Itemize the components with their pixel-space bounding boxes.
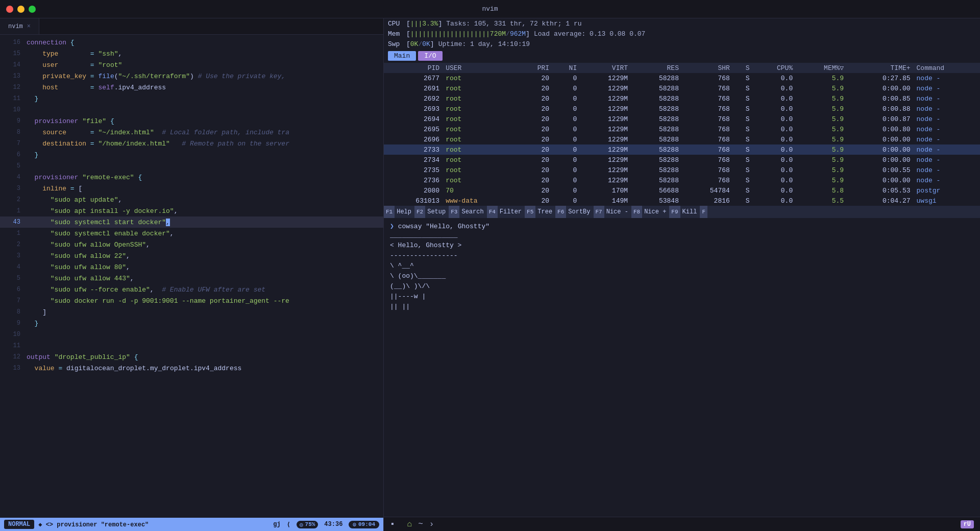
cowsay-line: (__)\ )\/\	[390, 281, 974, 292]
nvim-tab-label: nvim	[8, 23, 23, 30]
terminal-icon-grid: ▪	[390, 520, 395, 529]
fn-nice-minus[interactable]: F7Nice -	[594, 206, 631, 218]
terminal-section[interactable]: ❯ cowsay "Hello, Ghostty" ______________…	[384, 218, 980, 517]
htop-tab-io[interactable]: I/O	[418, 51, 442, 61]
htop-tabs: Main I/O	[384, 49, 980, 63]
code-line-2: 2 "sudo apt update",	[0, 194, 383, 205]
fn-filter[interactable]: F4Filter	[487, 206, 525, 218]
cpu-bar: |||	[410, 20, 422, 28]
nvim-tab-close[interactable]: ×	[27, 23, 31, 30]
cowsay-line: \ ^__^	[390, 261, 974, 271]
code-line-2b: 2 "sudo ufw allow OpenSSH",	[0, 239, 383, 250]
tasks-stat: Tasks: 105, 331 thr, 72 kthr; 1 ru	[446, 20, 581, 28]
close-button[interactable]	[6, 6, 13, 13]
coords: 43:36	[324, 521, 342, 528]
code-line-6b: 6 "sudo ufw --force enable", # Enable UF…	[0, 284, 383, 295]
titlebar: nvim	[0, 0, 980, 18]
code-line-9b: 9 }	[0, 318, 383, 329]
code-line-3: 3 inline = [	[0, 183, 383, 194]
table-row[interactable]: 2734 root 20 0 1229M 58288 768 S 0.0 5.9…	[384, 155, 980, 165]
code-line-5: 5	[0, 160, 383, 172]
shell-icon: ›	[429, 520, 434, 529]
fn-search[interactable]: F3Search	[449, 206, 486, 218]
terminal-bottombar: ▪ ⌂ ~ › rU	[384, 517, 980, 531]
cpu-label: CPU	[388, 20, 406, 28]
htop-tab-main[interactable]: Main	[388, 51, 416, 61]
fn-kill[interactable]: F9Kill	[669, 206, 700, 218]
code-line-7b: 7 "sudo docker run -d -p 9001:9001 --nam…	[0, 295, 383, 306]
code-line-10: 10	[0, 104, 383, 115]
col-mem: MEM%▽	[796, 63, 847, 73]
cowsay-line: ||----w |	[390, 292, 974, 302]
prompt-char: ❯	[390, 223, 394, 230]
table-row[interactable]: 2677 root 20 0 1229M 58288 768 S 0.0 5.9…	[384, 73, 980, 83]
col-res: RES	[631, 63, 682, 73]
cowsay-line: < Hello, Ghostty >	[390, 240, 974, 251]
terminal-command: cowsay "Hello, Ghostty"	[398, 223, 489, 230]
table-row[interactable]: 2696 root 20 0 1229M 58288 768 S 0.0 5.9…	[384, 134, 980, 144]
swp-label: Swp	[388, 40, 406, 48]
table-row[interactable]: 2692 root 20 0 1229M 58288 768 S 0.0 5.9…	[384, 93, 980, 104]
table-row[interactable]: 2080 70 20 0 170M 56688 54784 S 0.0 5.8 …	[384, 185, 980, 196]
vim-mode: NORMAL	[4, 520, 34, 529]
htop-table-header: PID USER PRI NI VIRT RES SHR S CPU% MEM%…	[384, 63, 980, 73]
mem-bar-row: Mem [ |||||||||||||||||||| 720M / 962M ]…	[384, 29, 980, 39]
table-row[interactable]: 2691 root 20 0 1229M 58288 768 S 0.0 5.9…	[384, 83, 980, 93]
code-line-6: 6 }	[0, 149, 383, 160]
htop-fnbar: F1Help F2Setup F3Search F4Filter F5Tree …	[384, 206, 980, 218]
location-icon: ◎	[300, 521, 303, 528]
code-line-4b: 4 "sudo ufw allow 80",	[0, 261, 383, 273]
col-shr: SHR	[682, 63, 733, 73]
col-time: TIME+	[847, 63, 913, 73]
table-row[interactable]: 2733 root 20 0 1229M 58288 768 S 0.0 5.9…	[384, 144, 980, 155]
maximize-button[interactable]	[29, 6, 36, 13]
right-pane: CPU [ ||| 3.3% ] Tasks: 105, 331 thr, 72…	[384, 18, 980, 531]
time-pill: ⊙ 09:04	[349, 521, 379, 528]
code-line-14: 14 user = "root"	[0, 59, 383, 70]
col-pid: PID	[384, 63, 443, 73]
code-line-10b: 10	[0, 329, 383, 340]
cpu-bar-row: CPU [ ||| 3.3% ] Tasks: 105, 331 thr, 72…	[384, 18, 980, 29]
code-line-12b: 12 output "droplet_public_ip" {	[0, 351, 383, 363]
nvim-tab[interactable]: nvim ×	[0, 18, 39, 34]
code-line-11: 11 }	[0, 93, 383, 104]
htop-table-body: 2677 root 20 0 1229M 58288 768 S 0.0 5.9…	[384, 73, 980, 206]
cowsay-line: -----------------	[390, 251, 974, 261]
code-line-11b: 11	[0, 340, 383, 351]
code-line-1b: 1 "sudo systemctl enable docker",	[0, 228, 383, 239]
table-row[interactable]: 631013 www-data 20 0 149M 53848 2816 S 0…	[384, 196, 980, 206]
nvim-tabbar: nvim ×	[0, 18, 383, 35]
table-row[interactable]: 2735 root 20 0 1229M 58288 768 S 0.0 5.9…	[384, 165, 980, 175]
fn-nice-plus[interactable]: F8Nice +	[631, 206, 669, 218]
location-num: 75%	[305, 521, 315, 527]
code-line-1: 1 "sudo apt install -y docker.io",	[0, 205, 383, 216]
uptime-stat: Uptime: 1 day, 14:10:19	[438, 40, 530, 48]
nav-arrows: ⟨	[287, 521, 290, 528]
fn-setup[interactable]: F2Setup	[414, 206, 449, 218]
col-virt: VIRT	[580, 63, 631, 73]
fn-f[interactable]: F	[700, 206, 713, 218]
cowsay-line: || ||	[390, 302, 974, 312]
fn-sortby[interactable]: F6SortBy	[555, 206, 593, 218]
table-row[interactable]: 2695 root 20 0 1229M 58288 768 S 0.0 5.9…	[384, 124, 980, 134]
terminal-prompt-line: ❯ cowsay "Hello, Ghostty"	[390, 222, 974, 230]
code-line-12: 12 host = self.ipv4_address	[0, 82, 383, 93]
nvim-pane: nvim × 16 connection { 15 type = "ssh", …	[0, 18, 384, 531]
user-badge: rU	[961, 520, 974, 528]
fn-tree[interactable]: F5Tree	[525, 206, 555, 218]
minimize-button[interactable]	[17, 6, 24, 13]
cowsay-output: _________________< Hello, Ghostty > ----…	[390, 230, 974, 312]
col-pri: PRI	[517, 63, 552, 73]
code-line-15: 15 type = "ssh",	[0, 48, 383, 59]
nvim-statusbar: NORMAL ◆ <> provisioner "remote-exec" gj…	[0, 518, 383, 531]
table-row[interactable]: 2694 root 20 0 1229M 58288 768 S 0.0 5.9…	[384, 114, 980, 124]
code-line-43: 43 "sudo systemctl start docker",	[0, 216, 383, 228]
table-row[interactable]: 2736 root 20 0 1229M 58288 768 S 0.0 5.9…	[384, 175, 980, 185]
col-cpu: CPU%	[753, 63, 796, 73]
code-line-3b: 3 "sudo ufw allow 22",	[0, 250, 383, 261]
table-row[interactable]: 2693 root 20 0 1229M 58288 768 S 0.0 5.9…	[384, 104, 980, 114]
fn-help[interactable]: F1Help	[384, 206, 414, 218]
cowsay-line: \ (oo)\_______	[390, 271, 974, 281]
col-s: S	[733, 63, 753, 73]
cowsay-line: _________________	[390, 230, 974, 240]
